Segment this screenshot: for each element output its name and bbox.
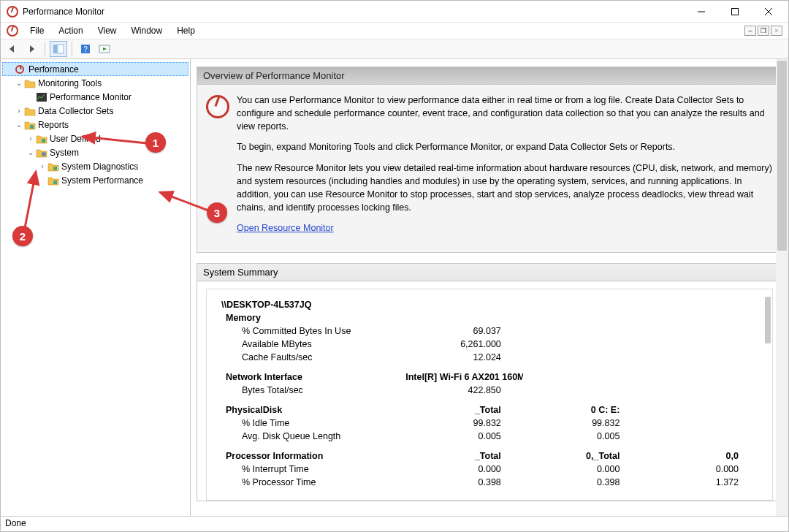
hostname: \\DESKTOP-4L537JQ: [221, 300, 762, 310]
category-network: Network Interface: [223, 365, 404, 383]
tree-label: Monitoring Tools: [38, 78, 102, 88]
summary-scroll-area[interactable]: \\DESKTOP-4L537JQ Memory % Committed Byt…: [206, 289, 773, 501]
metric-value: 422.850: [405, 384, 523, 396]
tree-label: System Diagnostics: [61, 162, 138, 172]
reports-folder-icon: [24, 120, 36, 130]
svg-rect-16: [53, 180, 57, 184]
tree-label: System Performance: [61, 175, 143, 186]
report-icon: [47, 162, 59, 172]
close-button[interactable]: [752, 1, 785, 23]
perfmon-big-icon: [206, 95, 229, 118]
collapse-icon[interactable]: ⌄: [14, 79, 24, 87]
category-memory: Memory: [223, 311, 404, 324]
status-bar: Done: [1, 516, 788, 531]
tree-label: Reports: [38, 120, 69, 130]
svg-rect-5: [58, 45, 64, 53]
system-summary-panel: System Summary \\DESKTOP-4L537JQ Memory …: [197, 263, 782, 501]
metric-value: 6,261.000: [405, 338, 523, 350]
open-resource-monitor-link[interactable]: Open Resource Monitor: [237, 223, 334, 233]
system-summary-heading[interactable]: System Summary: [197, 264, 782, 281]
metric-label: % Idle Time: [223, 417, 404, 429]
callout-3: 3: [207, 202, 227, 223]
tree-node-monitoring-tools[interactable]: ⌄ Monitoring Tools: [2, 76, 188, 90]
column-header: _Total: [405, 444, 523, 462]
maximize-button[interactable]: [718, 1, 752, 23]
back-button[interactable]: [4, 41, 21, 57]
navigation-tree[interactable]: Performance ⌄ Monitoring Tools Performan…: [1, 59, 191, 516]
menu-action[interactable]: Action: [51, 24, 90, 37]
tree-label: Performance Monitor: [50, 92, 132, 102]
run-button[interactable]: [96, 41, 113, 57]
overview-text: You can use Performance Monitor to view …: [237, 94, 773, 242]
overview-p1: You can use Performance Monitor to view …: [237, 94, 773, 133]
metric-value: 0.005: [525, 430, 642, 442]
expand-icon[interactable]: ›: [37, 162, 47, 170]
folder-icon: [24, 78, 36, 88]
metric-value: 0.398: [405, 476, 523, 488]
metric-label: Cache Faults/sec: [223, 352, 404, 363]
show-hide-tree-button[interactable]: [50, 41, 67, 57]
minimize-button[interactable]: [685, 1, 718, 23]
mdi-controls: – ❐ ×: [744, 26, 785, 36]
callout-1: 1: [145, 132, 166, 153]
content-scrollbar[interactable]: [776, 59, 788, 516]
svg-point-14: [42, 152, 46, 156]
metric-label: Bytes Total/sec: [223, 384, 404, 396]
tree-node-reports[interactable]: ⌄ Reports: [2, 118, 188, 132]
menu-file[interactable]: File: [23, 24, 51, 37]
mdi-minimize[interactable]: –: [744, 26, 756, 36]
forward-button[interactable]: [23, 41, 40, 57]
expand-icon[interactable]: ›: [14, 107, 24, 115]
tree-node-performance[interactable]: Performance: [2, 62, 188, 76]
report-icon: [47, 175, 59, 186]
metric-label: % Committed Bytes In Use: [223, 325, 404, 337]
menubar: File Action View Window Help – ❐ ×: [1, 23, 788, 39]
chart-icon: [36, 92, 47, 102]
app-icon: [7, 6, 18, 18]
tree-node-system-diagnostics[interactable]: › System Diagnostics: [2, 159, 188, 173]
collapse-icon[interactable]: ⌄: [26, 148, 36, 156]
category-processor: Processor Information: [223, 444, 404, 462]
summary-table: Memory % Committed Bytes In Use69.037 Av…: [221, 310, 762, 490]
toolbar-separator: [45, 42, 45, 56]
toolbar-separator: [72, 42, 72, 56]
tree-node-performance-monitor[interactable]: Performance Monitor: [2, 90, 188, 104]
main-area: Performance ⌄ Monitoring Tools Performan…: [1, 59, 788, 516]
menu-view[interactable]: View: [91, 24, 124, 37]
system-summary-body: \\DESKTOP-4L537JQ Memory % Committed Byt…: [197, 281, 782, 501]
performance-icon: [15, 64, 26, 75]
tree-label: Data Collector Sets: [38, 106, 113, 116]
metric-value: 99.832: [525, 417, 642, 429]
help-button[interactable]: ?: [77, 41, 94, 57]
tree-node-data-collector-sets[interactable]: › Data Collector Sets: [2, 104, 188, 118]
metric-label: % Processor Time: [223, 476, 404, 488]
metric-value: 1.372: [643, 476, 761, 488]
tree-label: Performance: [28, 64, 79, 75]
tree-node-system-performance[interactable]: System Performance: [2, 173, 188, 187]
scrollbar-thumb[interactable]: [777, 61, 787, 251]
overview-panel: Overview of Performance Monitor You can …: [197, 66, 782, 253]
menu-help[interactable]: Help: [169, 24, 202, 37]
expand-icon[interactable]: ›: [26, 134, 36, 142]
metric-value: 12.024: [405, 352, 523, 363]
tree-label: User Defined: [50, 134, 101, 144]
metric-value: 99.832: [405, 417, 523, 429]
svg-rect-1: [732, 8, 739, 15]
mdi-restore[interactable]: ❐: [758, 26, 769, 36]
metric-label: % Interrupt Time: [223, 463, 404, 475]
metric-value: 0.000: [525, 463, 642, 475]
tree-label: System: [50, 148, 79, 158]
overview-body: You can use Performance Monitor to view …: [197, 85, 782, 252]
content-pane: Overview of Performance Monitor You can …: [191, 59, 788, 516]
overview-heading[interactable]: Overview of Performance Monitor: [197, 67, 782, 85]
collapse-icon[interactable]: ⌄: [14, 121, 24, 129]
svg-rect-13: [42, 139, 45, 142]
overview-p3: The new Resource Monitor lets you view d…: [237, 162, 773, 215]
column-header: _Total: [405, 398, 523, 416]
svg-rect-15: [53, 167, 57, 170]
mdi-close[interactable]: ×: [771, 26, 782, 36]
menu-window[interactable]: Window: [124, 24, 170, 37]
system-folder-icon: [36, 148, 47, 158]
column-header: 0 C: E:: [525, 398, 642, 416]
inner-scrollbar-thumb[interactable]: [765, 297, 771, 343]
